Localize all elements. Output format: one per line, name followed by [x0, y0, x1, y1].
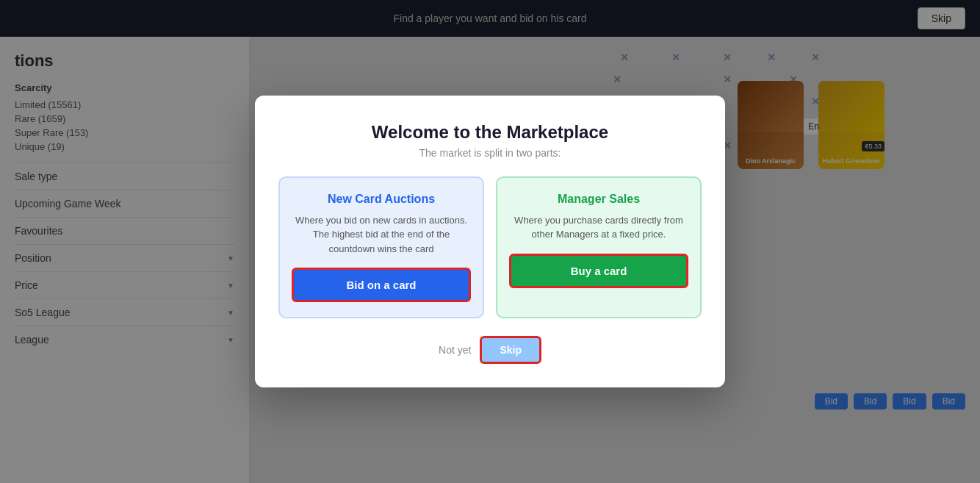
auction-card-title: New Card Auctions	[292, 193, 471, 206]
sales-card-desc: Where you purchase cards directly from o…	[509, 213, 688, 242]
modal-cards-container: New Card Auctions Where you bid on new c…	[278, 176, 702, 319]
not-yet-text[interactable]: Not yet	[439, 344, 471, 356]
modal-overlay: Welcome to the Marketplace The market is…	[0, 0, 980, 483]
modal-subtitle: The market is split in two parts:	[278, 147, 702, 159]
auction-card-desc: Where you bid on new cards in auctions. …	[292, 213, 471, 257]
marketplace-modal: Welcome to the Marketplace The market is…	[255, 96, 725, 388]
modal-skip-button[interactable]: Skip	[480, 336, 541, 364]
auction-card: New Card Auctions Where you bid on new c…	[278, 176, 484, 319]
bid-on-card-button[interactable]: Bid on a card	[292, 268, 471, 302]
modal-title: Welcome to the Marketplace	[278, 122, 702, 143]
sales-card: Manager Sales Where you purchase cards d…	[496, 176, 702, 319]
buy-card-button[interactable]: Buy a card	[509, 254, 688, 288]
sales-card-title: Manager Sales	[509, 193, 688, 206]
modal-footer: Not yet Skip	[278, 336, 702, 364]
